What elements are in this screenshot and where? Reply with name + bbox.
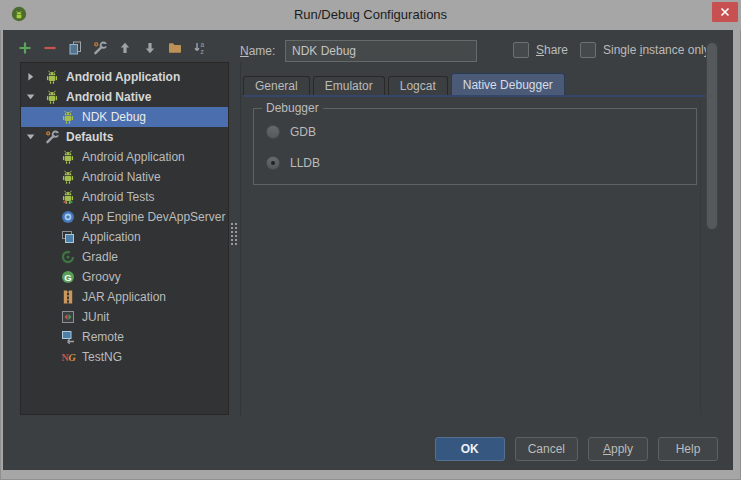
checkbox-share[interactable]: Share — [513, 42, 568, 58]
apply-button[interactable]: Apply — [588, 437, 648, 461]
tree-item-label: App Engine DevAppServer — [82, 210, 225, 224]
app-engine-icon — [60, 209, 76, 225]
tab-native-debugger[interactable]: Native Debugger — [451, 73, 565, 95]
name-label: Name: — [240, 40, 275, 62]
run-debug-configurations-dialog: Run/Debug Configurations az Android Appl… — [0, 0, 741, 480]
android-icon — [44, 69, 60, 85]
remote-icon — [60, 329, 76, 345]
tree-item-label: Android Application — [66, 70, 180, 84]
android-icon — [60, 169, 76, 185]
tree-item-android-native[interactable]: Android Native — [21, 87, 228, 107]
copy-icon[interactable] — [67, 40, 83, 56]
radio-lldb[interactable]: LLDB — [266, 156, 320, 170]
tree-item-application[interactable]: Application — [21, 227, 228, 247]
splitter-grip-icon[interactable] — [230, 222, 238, 246]
tree-item-label: Android Native — [66, 90, 151, 104]
tab-general[interactable]: General — [243, 76, 310, 95]
radio-button-icon[interactable] — [266, 156, 280, 170]
settings-wrench-icon[interactable] — [92, 40, 108, 56]
tree-item-label: Defaults — [66, 130, 113, 144]
android-icon — [60, 149, 76, 165]
checkbox-single-instance-label: Single instance only — [603, 43, 710, 57]
titlebar[interactable]: Run/Debug Configurations — [0, 0, 741, 30]
tree-item-label: JAR Application — [82, 290, 166, 304]
tree-item-label: Android Tests — [82, 190, 155, 204]
close-button[interactable] — [712, 2, 738, 22]
tree-item-ndk-debug[interactable]: NDK Debug — [21, 107, 228, 127]
configurations-tree: Android ApplicationAndroid NativeNDK Deb… — [20, 62, 229, 415]
radio-label: GDB — [290, 125, 316, 139]
tree-item-label: NDK Debug — [82, 110, 146, 124]
vertical-scrollbar[interactable] — [706, 42, 718, 230]
tree-item-label: Android Application — [82, 150, 185, 164]
checkbox-single-instance-only[interactable]: Single instance only — [580, 42, 710, 58]
gradle-icon — [60, 249, 76, 265]
tab-strip-underline — [243, 95, 706, 97]
radio-button-icon[interactable] — [266, 125, 280, 139]
tree-item-label: Remote — [82, 330, 124, 344]
svg-text:G: G — [64, 272, 71, 283]
testng-icon: NG — [60, 349, 76, 365]
svg-text:G: G — [69, 352, 77, 363]
chevron-right-icon[interactable] — [25, 71, 39, 83]
svg-text:z: z — [201, 48, 204, 55]
chevron-down-icon[interactable] — [25, 131, 39, 143]
folder-icon[interactable] — [167, 40, 183, 56]
window-title: Run/Debug Configurations — [0, 0, 741, 30]
tree-item-android-application[interactable]: Android Application — [21, 147, 228, 167]
arrow-down-icon[interactable] — [142, 40, 158, 56]
android-icon — [60, 109, 76, 125]
tree-item-android-application[interactable]: Android Application — [21, 67, 228, 87]
tree-item-label: Groovy — [82, 270, 121, 284]
chevron-down-icon[interactable] — [25, 91, 39, 103]
arrow-up-icon[interactable] — [117, 40, 133, 56]
sort-alpha-icon[interactable]: az — [192, 40, 208, 56]
android-icon — [44, 89, 60, 105]
cancel-button[interactable]: Cancel — [515, 437, 578, 461]
android-tests-icon — [60, 189, 76, 205]
application-icon — [60, 229, 76, 245]
checkbox-box-icon[interactable] — [513, 42, 529, 58]
tree-item-gradle[interactable]: Gradle — [21, 247, 228, 267]
checkbox-box-icon[interactable] — [580, 42, 596, 58]
tree-item-remote[interactable]: Remote — [21, 327, 228, 347]
dialog-content: az Android ApplicationAndroid NativeNDK … — [3, 30, 733, 470]
junit-icon — [60, 309, 76, 325]
tree-item-groovy[interactable]: GGroovy — [21, 267, 228, 287]
configuration-tabs: GeneralEmulatorLogcatNative Debugger — [243, 73, 568, 95]
tree-item-testng[interactable]: NGTestNG — [21, 347, 228, 367]
radio-gdb[interactable]: GDB — [266, 125, 316, 139]
tree-item-android-native[interactable]: Android Native — [21, 167, 228, 187]
checkbox-share-label: Share — [536, 43, 568, 57]
panel-right-divider — [700, 100, 701, 415]
ok-button[interactable]: OK — [435, 437, 505, 461]
tree-item-label: Android Native — [82, 170, 161, 184]
tree-item-junit[interactable]: JUnit — [21, 307, 228, 327]
tree-item-defaults[interactable]: Defaults — [21, 127, 228, 147]
tree-item-label: TestNG — [82, 350, 122, 364]
tab-emulator[interactable]: Emulator — [313, 76, 385, 95]
debugger-groupbox: Debugger GDBLLDB — [253, 108, 697, 185]
groovy-icon: G — [60, 269, 76, 285]
tab-logcat[interactable]: Logcat — [388, 76, 448, 95]
name-input[interactable] — [285, 40, 477, 62]
tree-item-app-engine-devappserver[interactable]: App Engine DevAppServer — [21, 207, 228, 227]
splitter-divider — [240, 62, 241, 415]
help-button[interactable]: Help — [658, 437, 718, 461]
tree-item-android-tests[interactable]: Android Tests — [21, 187, 228, 207]
radio-label: LLDB — [290, 156, 320, 170]
tree-item-jar-application[interactable]: JAR Application — [21, 287, 228, 307]
dialog-buttons: OKCancelApplyHelp — [435, 437, 718, 461]
remove-icon[interactable] — [42, 40, 58, 56]
jar-icon — [60, 289, 76, 305]
tree-item-label: Gradle — [82, 250, 118, 264]
add-icon[interactable] — [17, 40, 33, 56]
configurations-toolbar: az — [17, 40, 208, 56]
tree-item-label: Application — [82, 230, 141, 244]
settings-wrench-icon — [44, 129, 60, 145]
svg-text:a: a — [201, 41, 205, 48]
close-icon — [717, 4, 733, 20]
tree-item-label: JUnit — [82, 310, 109, 324]
debugger-group-title: Debugger — [262, 101, 323, 115]
